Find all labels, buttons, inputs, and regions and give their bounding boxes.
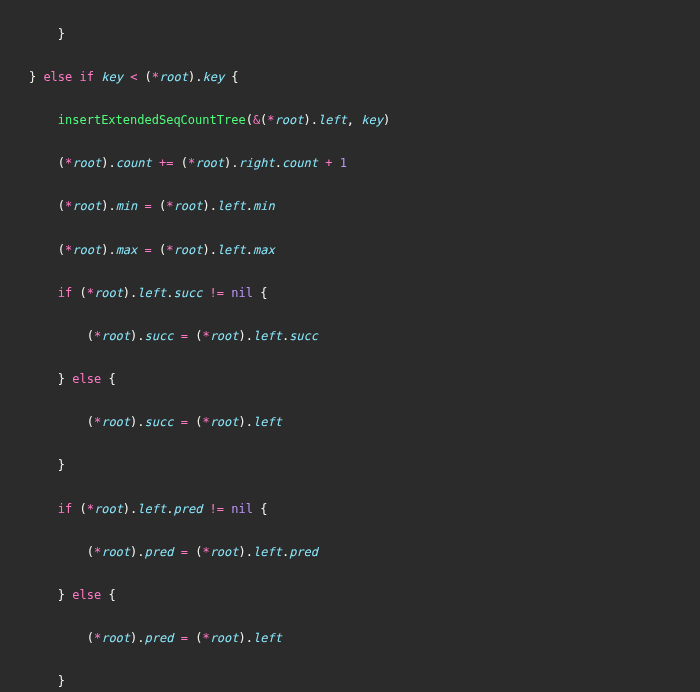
code-line: (*root).max = (*root).left.max xyxy=(0,240,700,262)
code-line: } xyxy=(0,24,700,46)
code-line: } xyxy=(0,671,700,692)
code-line: } else { xyxy=(0,585,700,607)
indent xyxy=(0,27,58,41)
keyword-else: else xyxy=(43,70,72,84)
code-line: (*root).succ = (*root).left.succ xyxy=(0,326,700,348)
brace: } xyxy=(58,27,65,41)
code-line: } else if key < (*root).key { xyxy=(0,67,700,89)
code-line: (*root).succ = (*root).left xyxy=(0,412,700,434)
code-line: if (*root).left.pred != nil { xyxy=(0,499,700,521)
number: 1 xyxy=(340,156,347,170)
code-block: } } else if key < (*root).key { insertEx… xyxy=(0,0,700,692)
code-line: (*root).count += (*root).right.count + 1 xyxy=(0,153,700,175)
code-line: (*root).pred = (*root).left.pred xyxy=(0,542,700,564)
code-line: (*root).pred = (*root).left xyxy=(0,628,700,650)
code-line: } xyxy=(0,455,700,477)
code-line: insertExtendedSeqCountTree(&(*root).left… xyxy=(0,110,700,132)
indent xyxy=(0,70,29,84)
const-nil: nil xyxy=(231,286,253,300)
keyword-if: if xyxy=(80,70,94,84)
func-call: insertExtendedSeqCountTree xyxy=(58,113,246,127)
ident: key xyxy=(101,70,123,84)
code-line: } else { xyxy=(0,369,700,391)
code-line: if (*root).left.succ != nil { xyxy=(0,283,700,305)
code-line: (*root).min = (*root).left.min xyxy=(0,196,700,218)
